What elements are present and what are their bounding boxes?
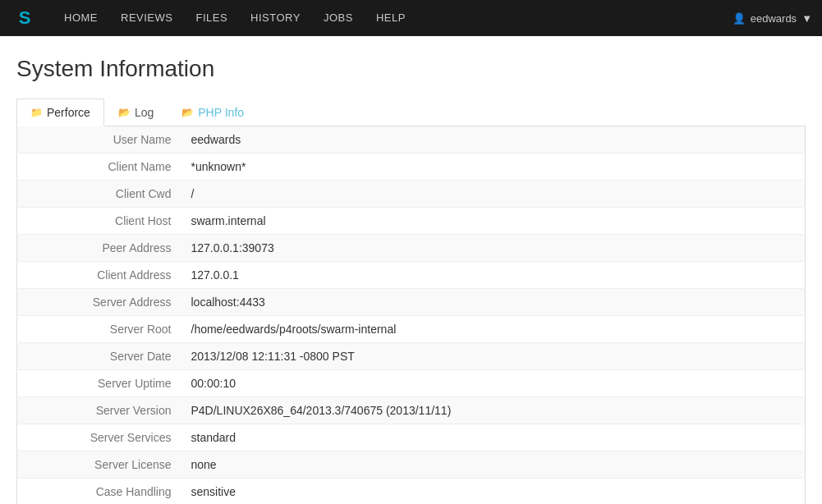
row-value: eedwards (181, 126, 806, 153)
table-row: Server Addresslocalhost:4433 (17, 289, 806, 316)
phpinfo-tab-label: PHP Info (198, 106, 244, 119)
page-title: System Information (16, 56, 806, 82)
svg-text:S: S (19, 7, 31, 27)
row-value: 2013/12/08 12:11:31 -0800 PST (181, 343, 806, 370)
tab-log[interactable]: 📂 Log (104, 99, 168, 126)
table-row: Server Uptime00:00:10 (17, 370, 806, 397)
table-row: Server Servicesstandard (17, 424, 806, 451)
nav-history[interactable]: HISTORY (239, 0, 312, 36)
username-label: eedwards (751, 12, 797, 25)
row-label: Client Name (17, 153, 181, 181)
dropdown-icon: ▼ (801, 12, 812, 25)
perforce-tab-icon: 📁 (30, 107, 43, 118)
row-label: Server Address (17, 289, 181, 316)
row-value: sensitive (181, 479, 806, 505)
user-icon: 👤 (732, 12, 746, 25)
log-tab-label: Log (135, 106, 154, 119)
tab-perforce[interactable]: 📁 Perforce (16, 99, 104, 126)
row-label: Client Cwd (17, 181, 181, 208)
row-value: standard (181, 424, 806, 451)
page-content: System Information 📁 Perforce 📂 Log 📂 PH… (0, 36, 822, 504)
tab-phpinfo[interactable]: 📂 PHP Info (168, 99, 258, 126)
table-row: Client Cwd/ (17, 181, 806, 208)
table-row: Client Hostswarm.internal (17, 208, 806, 235)
row-label: Server Uptime (17, 370, 181, 397)
nav-files[interactable]: FILES (184, 0, 239, 36)
row-label: User Name (17, 126, 181, 153)
tabs-container: 📁 Perforce 📂 Log 📂 PHP Info (16, 99, 806, 126)
row-label: Peer Address (17, 235, 181, 262)
row-value: swarm.internal (181, 208, 806, 235)
row-value: localhost:4433 (181, 289, 806, 316)
row-label: Client Host (17, 208, 181, 235)
info-table: User NameeedwardsClient Name*unknown*Cli… (16, 126, 806, 504)
nav-help[interactable]: HELP (365, 0, 417, 36)
row-label: Server Root (17, 316, 181, 343)
table-row: Server Date2013/12/08 12:11:31 -0800 PST (17, 343, 806, 370)
row-value: 00:00:10 (181, 370, 806, 397)
row-label: Server Services (17, 424, 181, 451)
row-label: Server Version (17, 397, 181, 424)
log-tab-icon: 📂 (118, 107, 131, 118)
table-row: Case Handlingsensitive (17, 479, 806, 505)
nav-links: HOME REVIEWS FILES HISTORY JOBS HELP (53, 0, 732, 36)
table-row: Client Address127.0.0.1 (17, 262, 806, 289)
table-row: User Nameeedwards (17, 126, 806, 153)
table-row: Client Name*unknown* (17, 153, 806, 181)
table-row: Peer Address127.0.0.1:39073 (17, 235, 806, 262)
row-value: P4D/LINUX26X86_64/2013.3/740675 (2013/11… (181, 397, 806, 424)
row-value: none (181, 451, 806, 479)
table-row: Server VersionP4D/LINUX26X86_64/2013.3/7… (17, 397, 806, 424)
table-row: Server Licensenone (17, 451, 806, 479)
nav-user[interactable]: 👤 eedwards ▼ (732, 12, 812, 25)
table-row: Server Root/home/eedwards/p4roots/swarm-… (17, 316, 806, 343)
row-label: Server License (17, 451, 181, 479)
logo[interactable]: S (10, 2, 53, 34)
row-label: Case Handling (17, 479, 181, 505)
navbar: S HOME REVIEWS FILES HISTORY JOBS HELP 👤… (0, 0, 822, 36)
row-value: / (181, 181, 806, 208)
row-value: /home/eedwards/p4roots/swarm-internal (181, 316, 806, 343)
row-label: Client Address (17, 262, 181, 289)
row-label: Server Date (17, 343, 181, 370)
nav-jobs[interactable]: JOBS (312, 0, 365, 36)
perforce-tab-label: Perforce (47, 106, 90, 119)
row-value: 127.0.0.1:39073 (181, 235, 806, 262)
row-value: *unknown* (181, 153, 806, 181)
phpinfo-tab-icon: 📂 (181, 107, 194, 118)
nav-reviews[interactable]: REVIEWS (109, 0, 184, 36)
row-value: 127.0.0.1 (181, 262, 806, 289)
nav-home[interactable]: HOME (53, 0, 109, 36)
